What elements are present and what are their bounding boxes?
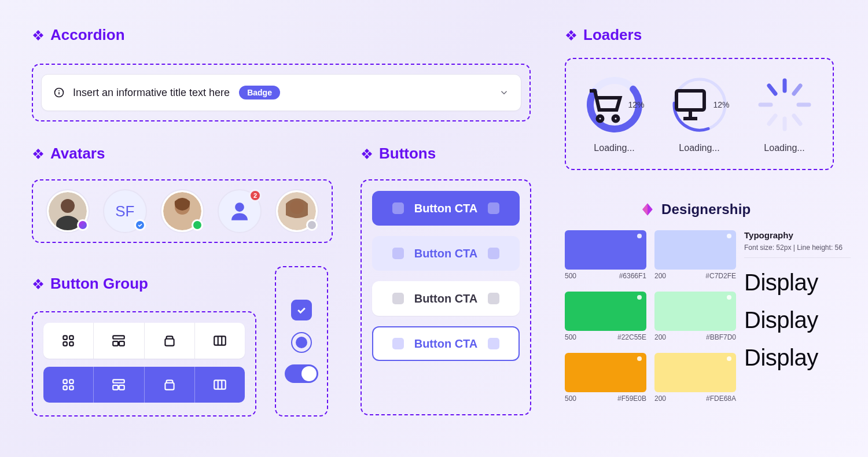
avatar[interactable] xyxy=(275,189,319,233)
button-group-container xyxy=(32,311,256,417)
toggle-on[interactable] xyxy=(285,364,318,383)
section-heading-avatars: Avatars xyxy=(32,145,105,163)
swatch-hex: #6366F1 xyxy=(619,272,646,280)
button-soft[interactable]: Button CTA xyxy=(372,236,520,271)
typography-meta: Font size: 52px | Line height: 56 xyxy=(744,244,851,258)
swatch-shade: 500 xyxy=(565,272,576,280)
layout-icon xyxy=(111,333,126,348)
swatch-hex: #C7D2FE xyxy=(705,272,736,280)
svg-rect-28 xyxy=(119,385,124,390)
loader-percent: 12% xyxy=(713,100,729,109)
svg-rect-12 xyxy=(69,336,73,340)
brand-badge-icon xyxy=(77,219,89,231)
section-heading-buttons: Buttons xyxy=(361,145,436,163)
diamond-icon xyxy=(32,29,45,42)
buttons-container: Button CTA Button CTA Button CTA Button … xyxy=(361,179,531,415)
typography-sample: Display xyxy=(744,345,851,371)
swatch-hex: #BBF7D0 xyxy=(706,333,736,341)
segment-item[interactable] xyxy=(195,323,245,359)
svg-rect-15 xyxy=(113,336,125,338)
svg-point-2 xyxy=(58,90,60,91)
swatch-shade: 500 xyxy=(565,333,576,341)
segment-item[interactable] xyxy=(94,323,144,359)
svg-rect-30 xyxy=(214,380,226,389)
segment-group-filled xyxy=(43,367,245,403)
segment-item[interactable] xyxy=(145,323,195,359)
svg-point-35 xyxy=(597,116,602,121)
placeholder-icon xyxy=(392,293,404,304)
avatar[interactable] xyxy=(160,189,204,233)
segment-item[interactable] xyxy=(145,367,195,403)
svg-rect-11 xyxy=(63,336,67,340)
brand-logo: Designership xyxy=(639,201,751,218)
swatch-hex: #F59E0B xyxy=(617,395,646,403)
typography-sample: Display xyxy=(744,270,851,296)
placeholder-icon xyxy=(488,248,499,259)
swatch-shade: 200 xyxy=(654,333,666,341)
avatar-placeholder[interactable]: 2 xyxy=(218,189,262,233)
svg-rect-23 xyxy=(69,379,73,384)
controls-container xyxy=(275,266,328,417)
loaders-container: 12% Loading... 12% Loading... xyxy=(565,58,834,170)
svg-line-47 xyxy=(769,116,775,124)
section-heading-button-group: Button Group xyxy=(32,275,148,293)
spinner-icon xyxy=(755,75,815,135)
avatar[interactable] xyxy=(46,189,90,233)
diamond-icon xyxy=(32,148,45,160)
avatars-container: SF 2 xyxy=(32,179,333,243)
radio-selected[interactable] xyxy=(291,332,312,353)
notification-badge: 2 xyxy=(249,189,262,202)
svg-rect-14 xyxy=(69,342,73,346)
avatar-initials[interactable]: SF xyxy=(103,189,147,233)
accordion-container: Insert an informative title text here Ba… xyxy=(32,64,531,121)
typography-title: Typography xyxy=(744,230,851,240)
svg-rect-18 xyxy=(165,339,174,346)
accordion-title: Insert an informative title text here xyxy=(73,87,230,99)
loader-center: 12% xyxy=(584,75,645,135)
verified-badge-icon xyxy=(134,219,146,231)
swatch-primary-200: 200#C7D2FE xyxy=(654,230,736,280)
segment-item[interactable] xyxy=(43,323,94,359)
grid-icon xyxy=(61,333,76,348)
button-label: Button CTA xyxy=(414,337,478,351)
button-label: Button CTA xyxy=(414,202,478,215)
swatch-shade: 500 xyxy=(565,395,576,403)
button-white[interactable]: Button CTA xyxy=(372,281,520,316)
stack-icon xyxy=(162,377,177,392)
button-outline[interactable]: Button CTA xyxy=(372,326,520,361)
swatch-shade: 200 xyxy=(654,272,666,280)
button-label: Button CTA xyxy=(414,247,478,260)
placeholder-icon xyxy=(392,248,404,259)
swatch-shade: 200 xyxy=(654,395,666,403)
svg-rect-22 xyxy=(63,379,67,384)
button-filled[interactable]: Button CTA xyxy=(372,191,520,226)
diamond-icon xyxy=(565,29,578,42)
svg-rect-26 xyxy=(113,379,125,382)
swatch-primary-500: 500#6366F1 xyxy=(565,230,646,280)
segment-item[interactable] xyxy=(43,367,94,403)
segment-item[interactable] xyxy=(195,367,245,403)
grid-icon xyxy=(61,377,76,392)
svg-point-36 xyxy=(613,116,618,121)
svg-rect-17 xyxy=(119,341,124,346)
loader-progress-thin: 12% Loading... xyxy=(670,75,730,153)
swatch-green-200: 200#BBF7D0 xyxy=(654,292,736,341)
svg-rect-13 xyxy=(63,342,67,346)
svg-rect-19 xyxy=(214,336,226,345)
swatch-hex: #FDE68A xyxy=(706,395,736,403)
columns-icon xyxy=(212,333,227,348)
loader-label: Loading... xyxy=(679,143,719,153)
check-icon xyxy=(296,304,307,316)
placeholder-icon xyxy=(392,202,404,214)
stack-icon xyxy=(162,333,177,348)
swatch-amber-200: 200#FDE68A xyxy=(654,353,736,403)
placeholder-icon xyxy=(488,293,499,304)
section-heading-loaders: Loaders xyxy=(565,26,642,44)
checkbox-checked[interactable] xyxy=(291,300,312,320)
svg-point-8 xyxy=(235,202,244,212)
segment-item[interactable] xyxy=(94,367,144,403)
section-heading-label: Loaders xyxy=(583,26,642,44)
accordion-item[interactable]: Insert an informative title text here Ba… xyxy=(41,74,521,111)
layout-icon xyxy=(111,377,126,392)
brand-name: Designership xyxy=(661,201,751,218)
